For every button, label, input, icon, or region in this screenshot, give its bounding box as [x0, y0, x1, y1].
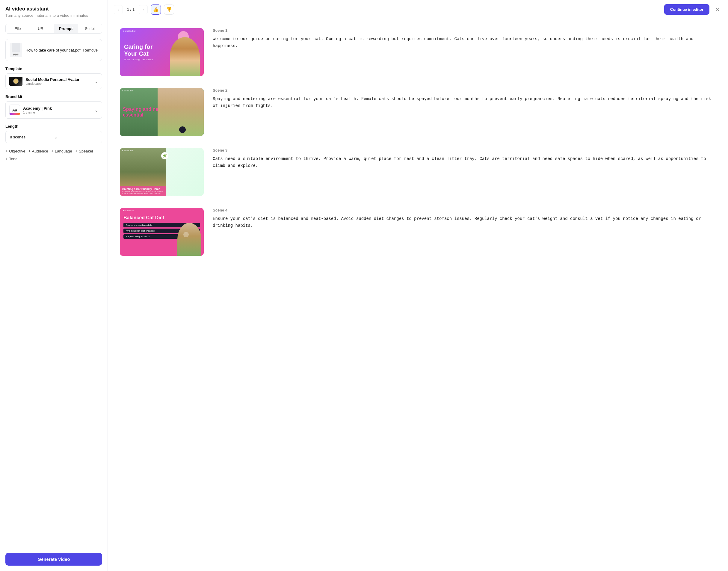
brand-chevron-icon: ⌄	[94, 107, 98, 113]
brand-kit-selector[interactable]: Aa Academy | Pink 1 theme ⌄	[5, 101, 102, 119]
scene-1-avatar-img	[170, 37, 200, 76]
template-chevron-icon: ⌄	[94, 79, 98, 84]
template-section-label: Template	[5, 67, 102, 71]
scene-3-circle: 🌿	[161, 152, 168, 159]
page-total: 1	[132, 7, 134, 12]
objective-button[interactable]: + Objective	[5, 148, 25, 153]
scene-1-thumbnail: ■ studio.d-id Caring forYour Cat Underst…	[120, 28, 204, 76]
template-thumbnail	[9, 77, 22, 86]
scene-4-avatar	[177, 223, 201, 256]
remove-file-button[interactable]: Remove	[83, 48, 98, 52]
tab-file[interactable]: File	[6, 24, 30, 33]
scene-1-subtitle: Understanding Their Needs	[124, 58, 153, 61]
plus-icon-language: +	[51, 148, 53, 153]
scene-2-thumbnail: ■ studio.d-id Spaying and neutering are …	[120, 88, 204, 136]
scene-4-thumbnail: ■ studio.d-id Balanced Cat Diet Ensure a…	[120, 208, 204, 256]
speaker-button[interactable]: + Speaker	[75, 148, 94, 153]
template-selector[interactable]: Social Media Personal Avatar Landscape ⌄	[5, 74, 102, 89]
thumbs-down-button[interactable]: 👎	[164, 4, 174, 15]
scene-4-text: Ensure your cat's diet is balanced and m…	[213, 215, 716, 229]
tone-label: Tone	[9, 157, 17, 161]
continue-in-editor-button[interactable]: Continue in editor	[664, 4, 709, 15]
template-name: Social Media Personal Avatar	[25, 77, 94, 82]
tone-button[interactable]: + Tone	[5, 156, 17, 161]
tab-prompt[interactable]: Prompt	[54, 24, 78, 33]
scene-row-3: ■ studio.d-id 🌿 Creating a Cat-Friendly …	[120, 148, 716, 196]
brand-kit-section-label: Brand kit	[5, 94, 102, 99]
speaker-label: Speaker	[79, 149, 93, 153]
scene-1-avatar	[168, 28, 201, 76]
scene-3-overlay: Creating a Cat-Friendly Home Cats need a…	[120, 186, 166, 196]
sidebar-subtitle: Turn any source material into a video in…	[5, 13, 102, 18]
length-section-label: Length	[5, 124, 102, 128]
tab-url[interactable]: URL	[30, 24, 53, 33]
prev-page-button[interactable]: ‹	[114, 5, 123, 14]
scene-2-label: Scene 2	[213, 88, 716, 93]
scene-1-logo: ■ studio.d-id	[123, 30, 135, 32]
close-button[interactable]: ✕	[712, 5, 722, 14]
plus-icon-speaker: +	[75, 148, 78, 153]
scene-3-logo: ■ studio.d-id	[122, 150, 133, 151]
template-thumb-inner	[9, 77, 22, 86]
scene-3-bg: ■ studio.d-id 🌿 Creating a Cat-Friendly …	[120, 148, 204, 196]
scene-2-content: Scene 2 Spaying and neutering are essent…	[213, 88, 716, 109]
scene-1-text: Welcome to our guide on caring for your …	[213, 36, 716, 49]
scene-1-content: Scene 1 Welcome to our guide on caring f…	[213, 28, 716, 49]
scene-3-overlay-title: Creating a Cat-Friendly Home	[122, 188, 163, 191]
tab-script[interactable]: Script	[78, 24, 102, 33]
brand-color-swatch	[10, 113, 20, 115]
plus-icon-audience: +	[28, 148, 30, 153]
scene-3-label: Scene 3	[213, 148, 716, 152]
main-content: ‹ 1 / 1 › 👍 👎 Continue in editor ✕ ■ stu…	[108, 0, 728, 571]
language-label: Language	[55, 149, 72, 153]
brand-name: Academy | Pink	[23, 106, 94, 111]
scene-row-1: ■ studio.d-id Caring forYour Cat Underst…	[120, 28, 716, 76]
extra-options: + Objective + Audience + Language + Spea…	[5, 148, 102, 161]
plus-icon-objective: +	[5, 148, 8, 153]
scene-1-title: Caring forYour Cat	[124, 43, 153, 57]
file-icon: PDF	[10, 43, 22, 57]
scene-3-thumbnail: ■ studio.d-id 🌿 Creating a Cat-Friendly …	[120, 148, 204, 196]
page-current: 1	[127, 7, 129, 12]
scene-4-circle	[184, 232, 189, 237]
file-type-label: PDF	[13, 53, 19, 56]
file-item: PDF How to take care of your cat.pdf Rem…	[5, 39, 102, 61]
plus-icon-tone: +	[5, 156, 8, 161]
scene-row-2: ■ studio.d-id Spaying and neutering are …	[120, 88, 716, 136]
scene-4-bg: ■ studio.d-id Balanced Cat Diet Ensure a…	[120, 208, 204, 256]
template-orientation: Landscape	[25, 82, 94, 85]
scene-row-4: ■ studio.d-id Balanced Cat Diet Ensure a…	[120, 208, 716, 256]
brand-theme-count: 1 theme	[23, 111, 94, 114]
sidebar-title: AI video assistant	[5, 6, 102, 12]
tab-bar: File URL Prompt Script	[5, 24, 102, 33]
length-chevron-icon: ⌄	[54, 134, 98, 140]
thumbs-up-button[interactable]: 👍	[151, 4, 161, 15]
scene-3-text: Cats need a suitable environment to thri…	[213, 155, 716, 169]
brand-info: Academy | Pink 1 theme	[23, 106, 94, 114]
sidebar: AI video assistant Turn any source mater…	[0, 0, 108, 571]
page-indicator: 1 / 1	[127, 7, 134, 12]
template-info: Social Media Personal Avatar Landscape	[25, 77, 94, 85]
language-button[interactable]: + Language	[51, 148, 72, 153]
file-name: How to take care of your cat.pdf	[25, 48, 83, 52]
scene-1-bg: ■ studio.d-id Caring forYour Cat Underst…	[120, 28, 204, 76]
scene-4-content: Scene 4 Ensure your cat's diet is balanc…	[213, 208, 716, 229]
scene-3-content: Scene 3 Cats need a suitable environment…	[213, 148, 716, 169]
scene-3-overlay-body: Cats need a suitable environment to thri…	[122, 191, 163, 194]
scene-4-label: Scene 4	[213, 208, 716, 212]
brand-aa-icon: Aa	[9, 105, 20, 115]
audience-button[interactable]: + Audience	[28, 148, 48, 153]
length-value: 8 scenes	[10, 135, 54, 139]
objective-label: Objective	[9, 149, 25, 153]
scene-4-logo: ■ studio.d-id	[123, 210, 134, 212]
scene-2-text: Spaying and neutering are essential for …	[213, 96, 716, 109]
generate-video-button[interactable]: Generate video	[5, 553, 102, 566]
scene-4-title: Balanced Cat Diet	[123, 215, 200, 221]
scene-2-logo: ■ studio.d-id	[122, 90, 133, 92]
next-page-button[interactable]: ›	[139, 5, 148, 14]
audience-label: Audience	[32, 149, 48, 153]
template-avatar-preview	[13, 79, 19, 84]
scene-1-label: Scene 1	[213, 28, 716, 33]
length-selector[interactable]: 8 scenes ⌄	[5, 131, 102, 143]
scene-2-circle	[179, 126, 186, 133]
